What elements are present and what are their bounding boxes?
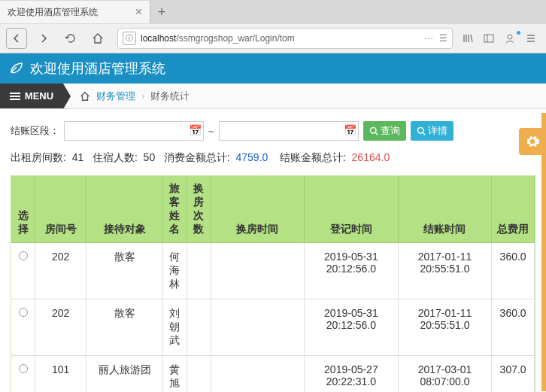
cell-guest: 何海林: [163, 243, 187, 299]
cell-select[interactable]: [11, 356, 35, 393]
calendar-icon[interactable]: 📅: [344, 124, 356, 136]
cell-total: 360.0: [492, 243, 535, 299]
url-bar[interactable]: ⓘ localhost/ssmgrogshop_war/Login/tom ⋯ …: [117, 28, 453, 49]
reload-button[interactable]: [60, 28, 81, 49]
library-icon[interactable]: [462, 32, 477, 44]
breadcrumb-sep: ›: [141, 90, 144, 102]
settle-label: 结账金额总计:: [280, 151, 346, 163]
calendar-icon[interactable]: 📅: [189, 124, 201, 136]
leaf-icon: [9, 61, 24, 76]
url-text: localhost/ssmgrogshop_war/Login/tom: [141, 33, 295, 44]
th-room[interactable]: 房间号: [35, 176, 86, 243]
cell-checkout: 2017-01-11 20:55:51.0: [398, 243, 492, 299]
info-icon[interactable]: ⓘ: [123, 32, 136, 45]
date-end-input[interactable]: [219, 121, 359, 141]
cell-room: 202: [35, 299, 86, 356]
th-swap-count[interactable]: 换房次数: [187, 176, 211, 243]
cell-swap-time: [211, 243, 305, 299]
app-title: 欢迎使用酒店管理系统: [30, 59, 165, 77]
cell-swap-time: [211, 299, 305, 356]
cell-select[interactable]: [11, 299, 35, 356]
account-icon[interactable]: [504, 32, 519, 44]
th-total[interactable]: 总费用: [492, 176, 535, 243]
date-start-input[interactable]: [64, 121, 204, 141]
menu-icon[interactable]: [525, 32, 540, 44]
forward-button[interactable]: [33, 28, 54, 49]
cell-guest: 黄旭: [163, 356, 187, 393]
cell-swap-count: [187, 243, 211, 299]
cell-checkin: 2019-05-31 20:12:56.0: [305, 299, 399, 356]
svg-rect-0: [484, 35, 493, 42]
burger-icon: [10, 91, 20, 102]
svg-point-2: [508, 35, 512, 39]
cell-swap-count: [187, 299, 211, 356]
guests-label: 住宿人数:: [93, 151, 138, 163]
th-checkout[interactable]: 结账时间: [398, 176, 492, 243]
app-header: 欢迎使用酒店管理系统: [0, 53, 546, 84]
th-target[interactable]: 接待对象: [86, 176, 163, 243]
browser-tab[interactable]: 欢迎使用酒店管理系统 ×: [0, 1, 150, 23]
cell-checkin: 2019-05-31 20:12:56.0: [305, 243, 399, 299]
cell-total: 307.0: [492, 356, 535, 393]
cell-swap-time: [211, 356, 305, 393]
sidebar-icon[interactable]: [483, 32, 498, 44]
search-button[interactable]: 查询: [363, 121, 406, 141]
cell-target: 丽人旅游团: [86, 356, 163, 393]
breadcrumb: 财务管理 › 财务统计: [63, 84, 190, 108]
browser-chrome: 欢迎使用酒店管理系统 × + ⓘ localhost/ssmgrogshop_w…: [0, 0, 546, 53]
cell-target: 散客: [86, 299, 163, 356]
svg-line-6: [423, 132, 425, 135]
settle-value: 26164.0: [352, 151, 390, 163]
back-button[interactable]: [6, 28, 27, 49]
menu-toggle[interactable]: MENU: [0, 84, 63, 108]
content: 结账区段： 📅 ~ 📅 查询 详情 出租房间数: 41 住宿人数: 50 消费金…: [0, 109, 546, 392]
cell-checkout: 2017-03-01 08:07:00.0: [398, 356, 492, 393]
th-checkin[interactable]: 登记时间: [305, 176, 399, 243]
url-more-icon[interactable]: ⋯: [424, 33, 433, 44]
cell-room: 101: [35, 356, 86, 393]
data-table: 选择 房间号 接待对象 旅客姓名 换房次数 换房时间 登记时间 结账时间 总费用…: [11, 176, 535, 392]
th-guest[interactable]: 旅客姓名: [163, 176, 187, 243]
close-icon[interactable]: ×: [135, 5, 142, 19]
cell-total: 360.0: [492, 299, 535, 356]
consume-label: 消费金额总计:: [164, 151, 230, 163]
detail-button[interactable]: 详情: [411, 121, 453, 141]
table-row: 202散客何海林2019-05-31 20:12:56.02017-01-11 …: [11, 243, 535, 299]
svg-point-3: [370, 128, 376, 134]
filter-label: 结账区段：: [11, 124, 59, 138]
browser-toolbar: ⓘ localhost/ssmgrogshop_war/Login/tom ⋯ …: [0, 24, 546, 53]
th-select: 选择: [11, 176, 35, 243]
rooms-label: 出租房间数:: [11, 151, 66, 163]
cell-select[interactable]: [11, 243, 35, 299]
cell-room: 202: [35, 243, 86, 299]
filter-row: 结账区段： 📅 ~ 📅 查询 详情: [11, 121, 535, 141]
cell-swap-count: [187, 356, 211, 393]
cell-target: 散客: [86, 243, 163, 299]
rooms-value: 41: [72, 151, 84, 163]
cell-guest: 刘朝武: [163, 299, 187, 356]
cell-checkin: 2019-05-27 20:22:31.0: [305, 356, 399, 393]
stats-row: 出租房间数: 41 住宿人数: 50 消费金额总计: 4759.0 结账金额总计…: [11, 151, 535, 165]
range-sep: ~: [208, 126, 214, 137]
svg-point-5: [417, 128, 423, 134]
menu-row: MENU 财务管理 › 财务统计: [0, 84, 546, 109]
home-icon[interactable]: [80, 91, 90, 102]
menu-label: MENU: [25, 90, 53, 102]
breadcrumb-link-1[interactable]: 财务管理: [96, 90, 135, 103]
reader-icon[interactable]: ☰: [439, 33, 447, 44]
table-row: 101丽人旅游团黄旭2019-05-27 20:22:31.02017-03-0…: [11, 356, 535, 393]
tab-bar: 欢迎使用酒店管理系统 × +: [0, 0, 546, 24]
tab-title: 欢迎使用酒店管理系统: [8, 6, 98, 19]
settings-tab[interactable]: [519, 128, 546, 155]
consume-value: 4759.0: [236, 151, 268, 163]
new-tab-button[interactable]: +: [150, 5, 173, 20]
guests-value: 50: [144, 151, 156, 163]
th-swap-time[interactable]: 换房时间: [211, 176, 305, 243]
home-button[interactable]: [87, 28, 108, 49]
table-wrap: 选择 房间号 接待对象 旅客姓名 换房次数 换房时间 登记时间 结账时间 总费用…: [11, 175, 535, 392]
breadcrumb-current: 财务统计: [150, 90, 190, 103]
svg-line-4: [375, 132, 378, 135]
table-row: 202散客刘朝武2019-05-31 20:12:56.02017-01-11 …: [11, 299, 535, 356]
cell-checkout: 2017-01-11 20:55:51.0: [398, 299, 492, 356]
